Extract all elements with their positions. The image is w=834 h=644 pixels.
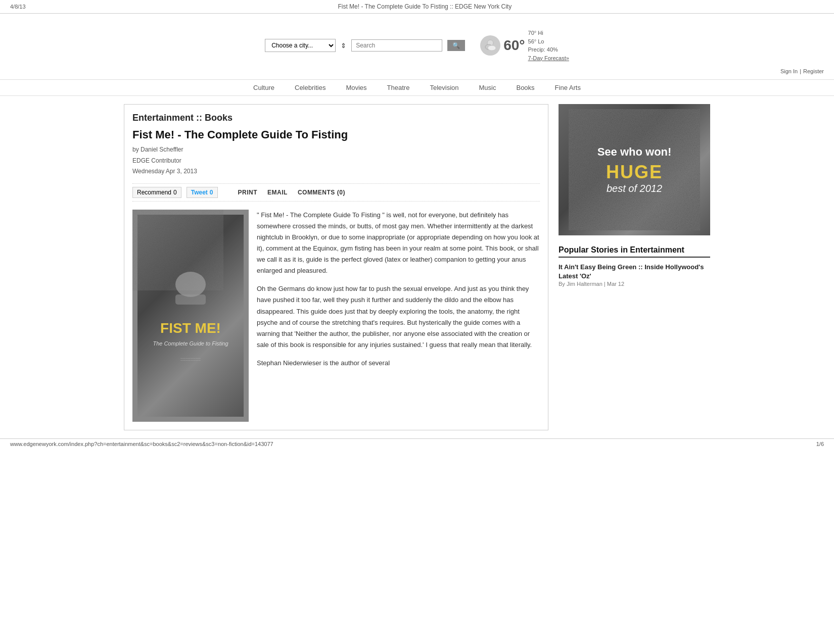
svg-point-4 (175, 272, 206, 297)
weather-temp: 60° (503, 37, 525, 54)
tweet-button[interactable]: Tweet 0 (187, 187, 218, 198)
nav-item-culture[interactable]: Culture (253, 84, 274, 91)
weather-icon (480, 35, 500, 56)
weather-details: 70° Hi 56° Lo Precip: 40% 7-Day Forecast… (528, 29, 569, 62)
svg-rect-5 (175, 294, 206, 305)
nav-bar: Culture Celebrities Movies Theatre Telev… (0, 79, 834, 96)
top-bar: 4/8/13 Fist Me! - The Complete Guide To … (0, 0, 834, 14)
recommend-label: Recommend (137, 189, 171, 196)
article-paragraph-1: " Fist Me! - The Complete Guide To Fisti… (257, 210, 540, 277)
article-paragraph-2: Oh the Germans do know just how far to p… (257, 283, 540, 351)
popular-stories: Popular Stories in Entertainment It Ain'… (559, 245, 710, 287)
popular-story-meta: By Jim Halterman | Mar 12 (559, 281, 710, 287)
article-role: EDGE Contributor (132, 156, 540, 167)
footer-page: 1/6 (816, 441, 824, 447)
print-link[interactable]: PRINT (238, 189, 258, 196)
svg-point-2 (488, 45, 496, 51)
article-wrapper: Entertainment :: Books Fist Me! - The Co… (124, 104, 548, 430)
nav-item-celebrities[interactable]: Celebrities (295, 84, 326, 91)
article-text: " Fist Me! - The Complete Guide To Fisti… (257, 210, 540, 422)
comments-link[interactable]: COMMENTS (0) (298, 189, 345, 196)
tweet-label: Tweet (191, 189, 208, 196)
separator: | (800, 68, 801, 74)
recommend-count: 0 (173, 189, 177, 196)
tweet-count: 0 (210, 189, 213, 196)
action-links: PRINT EMAIL COMMENTS (0) (238, 189, 345, 196)
action-bar: Recommend 0 Tweet 0 PRINT EMAIL COMMENTS… (132, 183, 540, 202)
article-author: by Daniel Scheffler (132, 144, 540, 156)
book-cover-inner: FIST ME! The Complete Guide to Fisting :… (137, 215, 244, 417)
page-title-label: Fist Me! - The Complete Guide To Fisting… (338, 3, 512, 10)
search-button[interactable]: 🔍 (447, 40, 465, 51)
article-body: FIST ME! The Complete Guide to Fisting :… (132, 210, 540, 422)
nav-item-movies[interactable]: Movies (346, 84, 366, 91)
popular-story-link[interactable]: It Ain't Easy Being Green :: Inside Holl… (559, 263, 704, 280)
signin-row: Sign In | Register (0, 67, 834, 79)
book-title: FIST ME! (153, 321, 228, 336)
article-meta: by Daniel Scheffler EDGE Contributor Wed… (132, 144, 540, 177)
main-content: Entertainment :: Books Fist Me! - The Co… (124, 104, 548, 430)
nav-item-theatre[interactable]: Theatre (387, 84, 410, 91)
email-link[interactable]: EMAIL (267, 189, 288, 196)
register-link[interactable]: Register (803, 68, 824, 74)
article-date: Wednesday Apr 3, 2013 (132, 166, 540, 177)
nav-item-television[interactable]: Television (430, 84, 458, 91)
sidebar: See who won! HUGE best of 2012 Popular S… (559, 104, 710, 430)
footer-url: www.edgenewyork.com/index.php?ch=enterta… (10, 441, 273, 447)
weather-widget: 60° 70° Hi 56° Lo Precip: 40% 7-Day Fore… (480, 29, 569, 62)
sidebar-ad-best: best of 2012 (597, 183, 672, 194)
forecast-link[interactable]: 7-Day Forecast» (528, 55, 569, 61)
article-paragraph-3: Stephan Niederwieser is the author of se… (257, 358, 540, 369)
sidebar-ad-see: See who won! (597, 145, 672, 159)
header-area: Choose a city... ⇕ 🔍 60° 70° Hi 56° Lo P… (0, 14, 834, 67)
search-input[interactable] (351, 39, 442, 52)
recommend-button[interactable]: Recommend 0 (132, 187, 181, 198)
book-cover: FIST ME! The Complete Guide to Fisting :… (132, 210, 249, 422)
breadcrumb: Entertainment :: Books (132, 113, 540, 123)
main-layout: Entertainment :: Books Fist Me! - The Co… (114, 96, 720, 438)
popular-story-item: It Ain't Easy Being Green :: Inside Holl… (559, 263, 710, 287)
nav-item-music[interactable]: Music (479, 84, 496, 91)
sidebar-ad[interactable]: See who won! HUGE best of 2012 (559, 104, 710, 235)
book-subtitle: The Complete Guide to Fisting (153, 340, 228, 346)
city-select[interactable]: Choose a city... (265, 39, 336, 52)
footer-bar: www.edgenewyork.com/index.php?ch=enterta… (0, 438, 834, 449)
popular-stories-title: Popular Stories in Entertainment (559, 245, 710, 258)
signin-link[interactable]: Sign In (780, 68, 798, 74)
select-arrow-icon: ⇕ (341, 42, 346, 49)
article-title: Fist Me! - The Complete Guide To Fisting (132, 128, 540, 141)
search-icon: 🔍 (452, 42, 460, 49)
nav-item-books[interactable]: Books (516, 84, 534, 91)
nav-item-fine-arts[interactable]: Fine Arts (555, 84, 581, 91)
sidebar-ad-huge: HUGE (597, 162, 672, 183)
date-label: 4/8/13 (10, 4, 26, 10)
